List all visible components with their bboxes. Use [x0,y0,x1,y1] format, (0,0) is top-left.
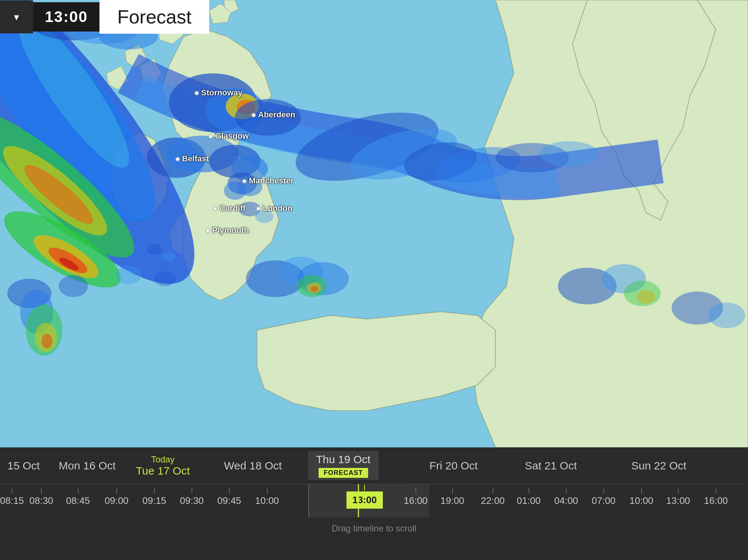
dropdown-button[interactable]: ▾ [0,0,33,33]
svg-point-30 [311,286,318,292]
time-tick-0830: 08:30 [29,495,53,506]
time-tick-1900: 19:00 [440,495,464,506]
svg-point-55 [162,252,175,261]
city-manchester: Manchester [242,176,294,186]
time-tick-2200: 22:00 [481,495,505,506]
time-tick-0930: 09:30 [180,495,204,506]
svg-point-36 [540,141,598,167]
svg-point-43 [116,266,141,284]
time-tick-1000a: 10:00 [255,495,279,506]
time-tick-0845: 08:45 [66,495,90,506]
svg-point-44 [154,271,176,286]
time-tick-0815: 08:15 [0,495,24,506]
day-label-15oct: 15 Oct [7,460,40,472]
time-tick-0915: 09:15 [142,495,166,506]
time-tick-0100: 01:00 [517,495,541,506]
day-labels-row: 15 Oct Mon 16 Oct Today Tue 17 Oct Wed 1… [0,447,748,484]
svg-point-53 [708,303,745,328]
time-tick-current-1300: 13:00 [346,491,383,509]
timeline[interactable]: 15 Oct Mon 16 Oct Today Tue 17 Oct Wed 1… [0,447,748,560]
city-aberdeen: Aberdeen [251,110,295,120]
chevron-down-icon: ▾ [14,11,19,23]
city-glasgow: Glasgow [208,131,249,141]
forecast-label: Forecast [99,0,209,34]
time-tick-1000b: 10:00 [629,495,653,506]
time-tick-0700: 07:00 [592,495,616,506]
time-tick-0400: 04:00 [554,495,578,506]
day-label-20oct: Fri 20 Oct [429,460,478,472]
current-time-line [358,484,359,517]
svg-point-42 [59,275,88,297]
header-bar: ▾ 13:00 Forecast [0,0,209,34]
time-tick-0945: 09:45 [217,495,241,506]
day-label-16oct: Mon 16 Oct [59,460,116,472]
svg-point-51 [637,290,655,304]
day-label-19oct-forecast: Thu 19 Oct FORECAST [308,451,378,480]
time-tick-1600b: 16:00 [704,495,728,506]
time-ticks-row: 08:15 08:30 08:45 09:00 09:15 09:30 09:4… [0,484,748,517]
city-belfast: Belfast [175,154,209,164]
time-tick-1300b: 13:00 [666,495,690,506]
radar-map: ▾ 13:00 Forecast Stornoway Aberdeen Glas… [0,0,748,447]
svg-point-41 [41,334,52,348]
day-label-18oct: Wed 18 Oct [224,460,282,472]
forecast-badge: FORECAST [319,468,368,478]
time-tick-1600a: 16:00 [404,495,428,506]
day-label-21oct: Sat 21 Oct [525,460,577,472]
svg-point-54 [147,244,161,255]
city-plymouth: Plymouth [206,226,249,235]
time-tick-0900: 09:00 [105,495,128,506]
day-label-today: Today Tue 17 Oct [136,454,190,477]
drag-hint: Drag timeline to scroll [0,517,748,539]
city-london: London [256,204,293,213]
time-display: 13:00 [33,2,99,32]
city-stornoway: Stornoway [195,88,242,98]
city-cardiff: Cardiff [213,204,246,213]
day-label-22oct: Sun 22 Oct [631,460,686,472]
